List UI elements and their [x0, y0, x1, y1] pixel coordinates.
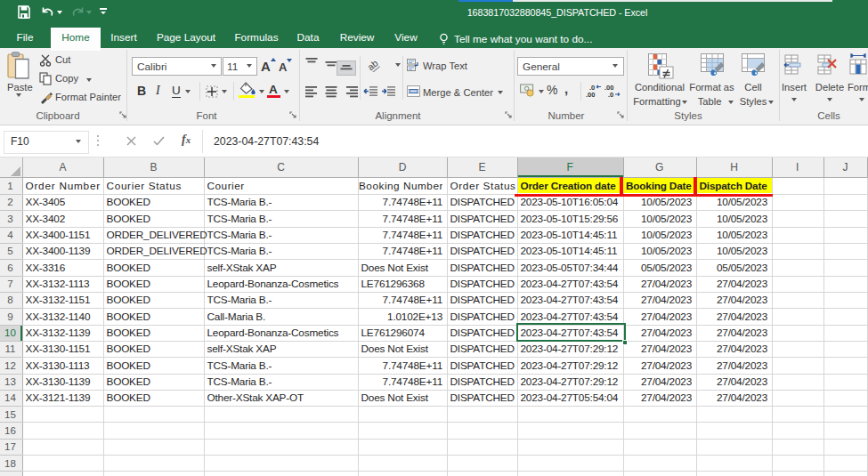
svg-text:.00: .00	[586, 91, 595, 98]
svg-text:.0: .0	[608, 91, 613, 98]
svg-text:ab: ab	[365, 58, 380, 72]
